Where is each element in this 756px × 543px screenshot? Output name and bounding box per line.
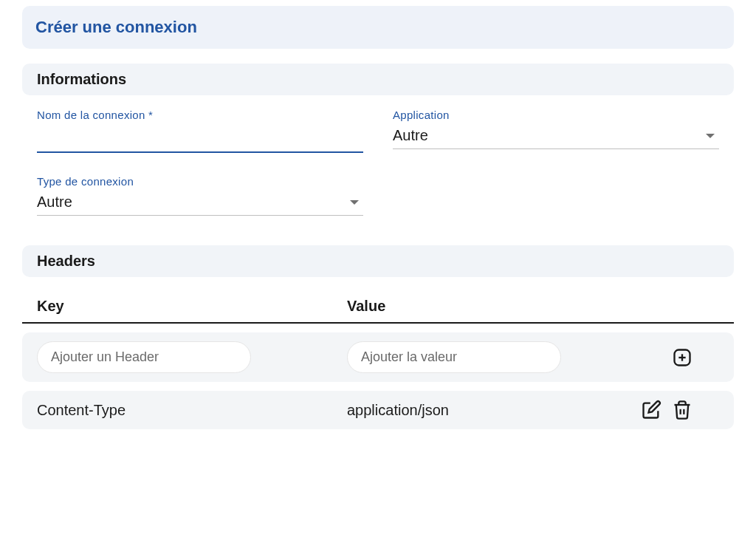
- header-value-input[interactable]: [347, 341, 561, 373]
- chevron-down-icon: [350, 200, 359, 205]
- header-add-key-cell: [37, 341, 347, 373]
- connection-type-value: Autre: [37, 194, 72, 211]
- headers-title: Headers: [37, 253, 719, 270]
- application-field: Application Autre: [393, 109, 719, 153]
- connection-name-input-wrap: [37, 127, 363, 153]
- application-label: Application: [393, 109, 719, 121]
- headers-col-value: Value: [347, 298, 719, 315]
- header-add-actions: [672, 347, 719, 368]
- headers-section-header: Headers: [22, 245, 734, 277]
- header-key-input[interactable]: [37, 341, 251, 373]
- connection-name-input[interactable]: [37, 127, 363, 153]
- header-add-value-cell: [347, 341, 672, 373]
- connection-name-field: Nom de la connexion *: [37, 109, 363, 153]
- page-title: Créer une connexion: [35, 18, 721, 37]
- headers-table-head: Key Value: [22, 290, 734, 324]
- header-value-text: application/json: [347, 402, 449, 418]
- header-key-cell: Content-Type: [37, 402, 347, 419]
- chevron-down-icon: [706, 134, 715, 138]
- connection-type-label: Type de connexion: [37, 175, 363, 188]
- application-select[interactable]: Autre: [393, 127, 719, 149]
- page-title-bar: Créer une connexion: [22, 6, 734, 49]
- edit-header-button[interactable]: [641, 400, 662, 420]
- headers-section: Headers Key Value Content-Type: [22, 245, 734, 429]
- empty-field: [393, 175, 719, 216]
- header-add-row: [22, 332, 734, 382]
- application-value: Autre: [393, 127, 428, 144]
- delete-header-button[interactable]: [672, 400, 693, 420]
- header-row: Content-Type application/json: [22, 391, 734, 429]
- informations-section-header: Informations: [22, 64, 734, 95]
- form-row-2: Type de connexion Autre: [22, 175, 734, 216]
- trash-icon: [672, 400, 693, 420]
- informations-title: Informations: [37, 71, 719, 88]
- header-row-actions: [641, 400, 719, 420]
- add-header-button[interactable]: [672, 347, 693, 368]
- plus-square-icon: [672, 347, 693, 368]
- header-value-cell: application/json: [347, 402, 641, 419]
- connection-type-select[interactable]: Autre: [37, 194, 363, 216]
- connection-type-field: Type de connexion Autre: [37, 175, 363, 216]
- form-row-1: Nom de la connexion * Application Autre: [22, 109, 734, 153]
- connection-name-label: Nom de la connexion *: [37, 109, 363, 121]
- edit-icon: [641, 400, 662, 420]
- headers-col-key: Key: [37, 298, 347, 315]
- header-key-text: Content-Type: [37, 402, 126, 418]
